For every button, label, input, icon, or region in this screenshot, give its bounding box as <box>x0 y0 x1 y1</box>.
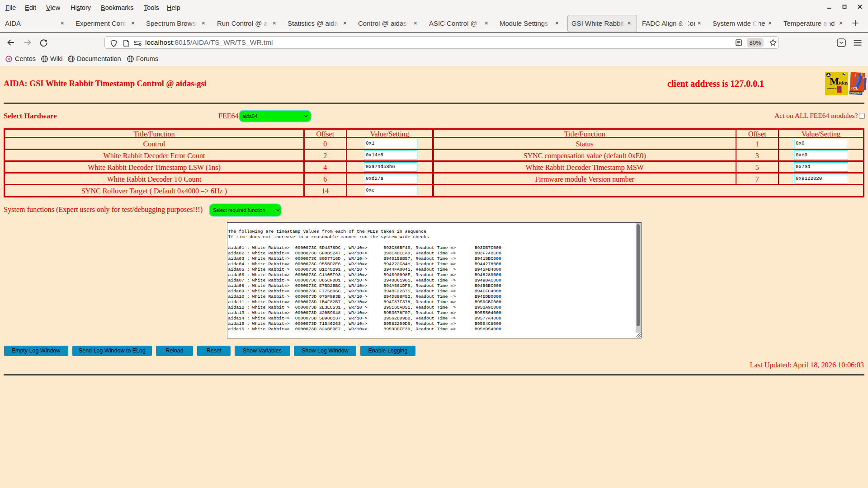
svg-text:M: M <box>830 75 839 87</box>
svg-text:TCL: TCL <box>838 92 841 94</box>
svg-text:TCL: TCL <box>851 86 859 91</box>
svg-text:idas: idas <box>839 80 849 85</box>
svg-text:powered by: powered by <box>827 88 837 89</box>
